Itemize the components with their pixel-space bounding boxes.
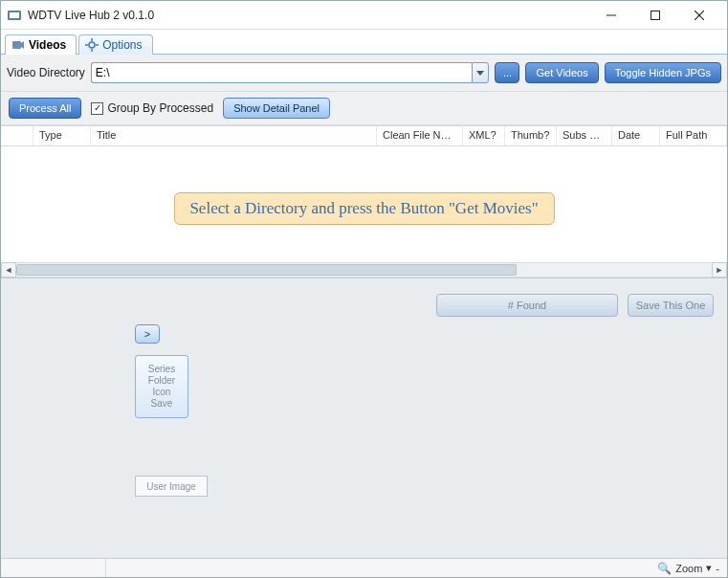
tab-options-label: Options [102, 38, 142, 52]
user-image-button[interactable]: User Image [135, 476, 208, 497]
tab-videos[interactable]: Videos [5, 34, 77, 55]
process-all-button[interactable]: Process All [9, 98, 81, 119]
close-button[interactable] [677, 1, 721, 30]
group-by-processed-checkbox[interactable]: ✓ Group By Processed [91, 101, 213, 115]
video-directory-input[interactable] [91, 62, 473, 83]
col-thumb[interactable]: Thumb? [505, 126, 557, 145]
get-videos-button[interactable]: Get Videos [525, 62, 598, 83]
tab-options[interactable]: Options [78, 34, 152, 55]
window-title: WDTV Live Hub 2 v0.1.0 [28, 9, 589, 22]
svg-point-7 [89, 42, 95, 48]
grid-header: Type Title Clean File Name XML? Thumb? S… [1, 125, 727, 146]
col-type[interactable]: Type [33, 126, 91, 145]
maximize-button[interactable] [633, 1, 677, 30]
svg-rect-6 [12, 41, 21, 49]
videos-icon [11, 38, 25, 52]
scroll-track[interactable] [16, 262, 712, 278]
options-icon [85, 38, 99, 52]
svg-rect-1 [10, 12, 19, 18]
svg-line-4 [695, 11, 704, 20]
col-blank[interactable] [1, 126, 33, 145]
title-bar: WDTV Live Hub 2 v0.1.0 [1, 1, 727, 30]
col-title[interactable]: Title [91, 126, 377, 145]
zoom-dash: - [716, 563, 719, 574]
zoom-label: Zoom [675, 563, 702, 574]
thumb-nav-next-button[interactable]: > [135, 324, 160, 344]
app-icon [7, 8, 22, 23]
col-date[interactable]: Date [612, 126, 660, 145]
detail-panel: # Found Save This One > Series Folder Ic… [1, 278, 727, 577]
grid-horizontal-scrollbar[interactable]: ◄ ► [1, 262, 727, 278]
scroll-right-icon[interactable]: ► [712, 262, 727, 278]
svg-line-5 [695, 11, 704, 20]
svg-rect-3 [651, 11, 660, 19]
zoom-icon: 🔍 [657, 562, 672, 575]
zoom-control[interactable]: 🔍 Zoom ▾ - [650, 562, 727, 575]
found-count-button[interactable]: # Found [436, 294, 618, 317]
combo-dropdown-button[interactable] [472, 62, 489, 83]
toggle-hidden-jpgs-button[interactable]: Toggle Hidden JPGs [605, 62, 721, 83]
video-directory-label: Video Directory [7, 66, 85, 79]
series-folder-icon-save-button[interactable]: Series Folder Icon Save [135, 355, 188, 418]
status-bar: 🔍 Zoom ▾ - [1, 558, 727, 577]
group-by-processed-label: Group By Processed [107, 101, 213, 115]
tab-strip: Videos Options [1, 30, 727, 55]
browse-button[interactable]: ... [495, 62, 519, 83]
show-detail-panel-button[interactable]: Show Detail Panel [223, 98, 330, 119]
video-grid: Type Title Clean File Name XML? Thumb? S… [1, 125, 727, 278]
minimize-button[interactable] [589, 1, 633, 30]
scroll-left-icon[interactable]: ◄ [1, 262, 16, 278]
scroll-thumb[interactable] [16, 264, 517, 276]
col-full-path[interactable]: Full Path [660, 126, 727, 145]
zoom-caret-icon: ▾ [706, 562, 712, 574]
checkbox-icon: ✓ [91, 102, 103, 115]
col-xml[interactable]: XML? [463, 126, 505, 145]
grid-placeholder-banner: Select a Directory and press the Button … [173, 192, 554, 225]
toolbar-row: Process All ✓ Group By Processed Show De… [1, 92, 727, 125]
save-this-one-button[interactable]: Save This One [628, 294, 714, 317]
video-directory-combo[interactable] [91, 62, 490, 83]
status-cell-1 [1, 559, 106, 577]
col-subs[interactable]: Subs Pr... [557, 126, 612, 145]
directory-row: Video Directory ... Get Videos Toggle Hi… [1, 55, 727, 92]
col-clean-file-name[interactable]: Clean File Name [377, 126, 463, 145]
tab-videos-label: Videos [29, 38, 66, 52]
